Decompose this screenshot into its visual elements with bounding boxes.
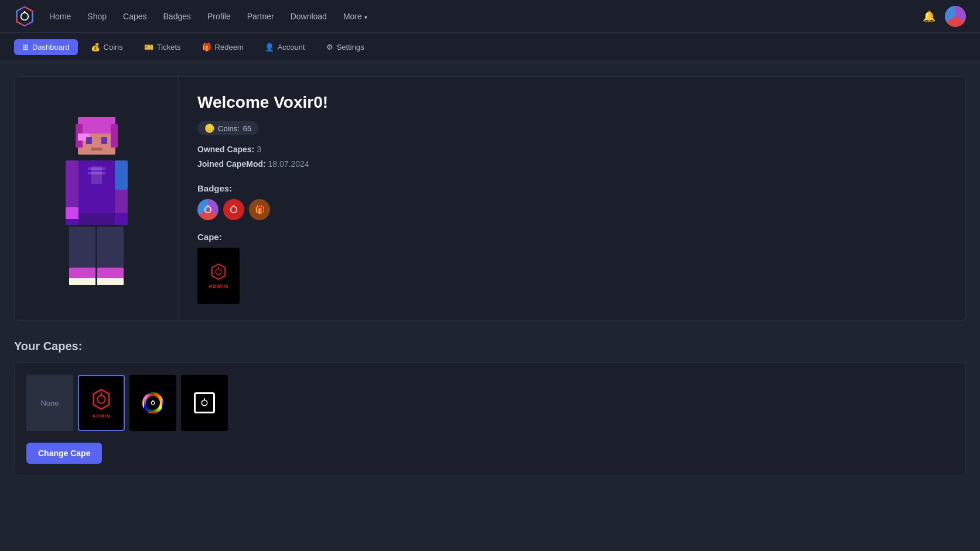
svg-rect-25 <box>69 268 95 279</box>
subnav-tickets[interactable]: 🎫 Tickets <box>136 39 189 55</box>
owned-capes-value: 3 <box>257 145 261 154</box>
capes-container: None ADMIN <box>14 362 966 476</box>
coins-label: Coins: <box>218 124 240 133</box>
skin-head <box>73 112 120 159</box>
cape-card-none[interactable]: None <box>26 375 73 431</box>
skin-area <box>15 77 179 320</box>
joined-row: Joined CapeMod: 18.07.2024 <box>197 157 947 172</box>
nav-download[interactable]: Download <box>291 12 327 21</box>
coins-icon: 💰 <box>91 43 100 52</box>
svg-point-32 <box>205 207 211 213</box>
subnav-redeem[interactable]: 🎁 Redeem <box>194 39 252 55</box>
svg-point-3 <box>21 12 29 20</box>
owned-capes-label: Owned Capes: <box>197 145 254 154</box>
cape-preview-display: ADMIN <box>197 248 240 304</box>
nav-shop[interactable]: Shop <box>87 12 107 21</box>
cape-section: Cape: ADMIN <box>197 232 947 304</box>
svg-point-40 <box>97 395 105 403</box>
welcome-title: Welcome Voxir0! <box>197 93 947 112</box>
svg-point-37 <box>216 269 221 275</box>
gift-icon: 🎁 <box>255 205 265 214</box>
cape-card-white[interactable] <box>181 375 228 431</box>
skin-body <box>64 160 129 227</box>
owned-capes-row: Owned Capes: 3 <box>197 142 947 157</box>
svg-rect-6 <box>78 117 115 134</box>
cape-preview-icon <box>209 262 228 281</box>
site-logo[interactable] <box>14 6 35 27</box>
nav-actions: 🔔 <box>923 6 966 27</box>
redeem-icon: 🎁 <box>202 43 211 52</box>
svg-rect-24 <box>69 227 95 268</box>
svg-rect-10 <box>86 137 92 144</box>
badge-gift[interactable]: 🎁 <box>249 199 270 220</box>
badge-capemod[interactable] <box>197 199 218 220</box>
user-avatar[interactable] <box>945 6 966 27</box>
account-icon: 👤 <box>265 43 274 52</box>
cape-title: Cape: <box>197 232 947 242</box>
dashboard-icon: ⊞ <box>22 43 29 52</box>
notification-bell-icon[interactable]: 🔔 <box>923 10 935 23</box>
coins-badge: 🪙 Coins: 65 <box>197 121 258 135</box>
subnav-account[interactable]: 👤 Account <box>257 39 313 55</box>
skin-legs <box>69 227 124 285</box>
svg-rect-20 <box>78 213 115 225</box>
joined-label: Joined CapeMod: <box>197 159 266 169</box>
nav-partner[interactable]: Partner <box>247 12 274 21</box>
svg-point-42 <box>151 402 155 405</box>
badges-title: Badges: <box>197 183 947 193</box>
svg-marker-39 <box>94 389 110 409</box>
svg-rect-22 <box>115 190 128 213</box>
svg-rect-11 <box>101 137 107 144</box>
minecraft-skin <box>64 112 129 285</box>
profile-info: Welcome Voxir0! 🪙 Coins: 65 Owned Capes:… <box>179 77 965 320</box>
nav-capes[interactable]: Capes <box>123 12 146 21</box>
nav-more[interactable]: More <box>343 12 367 21</box>
admin-cape-label: ADMIN <box>92 413 110 419</box>
svg-point-34 <box>231 207 237 213</box>
cape-card-rainbow[interactable] <box>129 375 176 431</box>
badge-red[interactable] <box>223 199 244 220</box>
svg-rect-13 <box>66 160 78 207</box>
nav-profile[interactable]: Profile <box>207 12 231 21</box>
coins-icon: 🪙 <box>204 124 214 133</box>
svg-point-44 <box>202 401 207 406</box>
subnav-dashboard[interactable]: ⊞ Dashboard <box>14 39 78 55</box>
capes-list: None ADMIN <box>26 375 954 431</box>
subnav-settings[interactable]: ⚙ Settings <box>318 39 373 55</box>
svg-rect-8 <box>111 124 118 148</box>
top-nav: Home Shop Capes Badges Profile Partner D… <box>0 0 980 33</box>
svg-rect-27 <box>69 278 95 285</box>
svg-rect-28 <box>97 227 124 268</box>
coins-value: 65 <box>243 124 251 133</box>
admin-cape-icon <box>90 388 113 411</box>
badges-section: Badges: <box>197 183 947 220</box>
tickets-icon: 🎫 <box>144 43 153 52</box>
cape-card-admin[interactable]: ADMIN <box>78 375 125 431</box>
nav-home[interactable]: Home <box>49 12 71 21</box>
none-label: None <box>40 399 59 408</box>
joined-value: 18.07.2024 <box>268 159 309 169</box>
svg-rect-12 <box>91 148 103 150</box>
profile-card: Welcome Voxir0! 🪙 Coins: 65 Owned Capes:… <box>14 76 966 321</box>
profile-meta: Owned Capes: 3 Joined CapeMod: 18.07.202… <box>197 142 947 172</box>
badges-list: 🎁 <box>197 199 947 220</box>
rainbow-cape-icon <box>142 392 163 413</box>
chevron-down-icon <box>364 12 367 21</box>
settings-icon: ⚙ <box>326 43 333 52</box>
svg-rect-29 <box>97 268 124 279</box>
nav-links: Home Shop Capes Badges Profile Partner D… <box>49 12 923 21</box>
svg-rect-14 <box>66 207 78 219</box>
nav-badges[interactable]: Badges <box>163 12 191 21</box>
subnav-coins[interactable]: 💰 Coins <box>83 39 131 55</box>
your-capes-title: Your Capes: <box>14 340 966 353</box>
svg-rect-15 <box>66 219 78 225</box>
svg-marker-36 <box>212 265 225 280</box>
cape-admin-label: ADMIN <box>209 283 229 289</box>
sub-nav: ⊞ Dashboard 💰 Coins 🎫 Tickets 🎁 Redeem 👤… <box>0 33 980 62</box>
svg-rect-19 <box>91 166 102 184</box>
white-cape-icon <box>194 392 215 413</box>
svg-rect-23 <box>115 213 128 225</box>
main-content: Welcome Voxir0! 🪙 Coins: 65 Owned Capes:… <box>0 62 980 476</box>
your-capes-section: Your Capes: None ADMIN <box>14 340 966 476</box>
change-cape-button[interactable]: Change Cape <box>26 443 102 464</box>
